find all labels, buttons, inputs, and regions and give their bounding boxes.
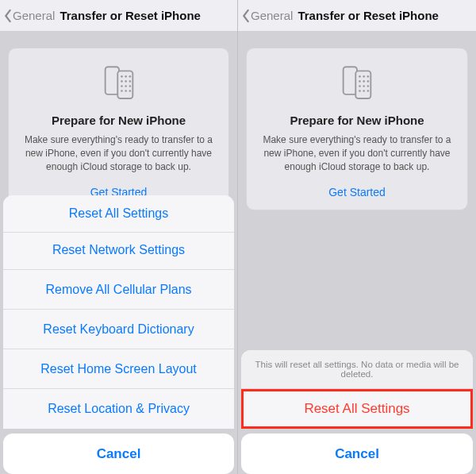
svg-point-9: [125, 85, 127, 87]
page-title: Transfer or Reset iPhone: [298, 9, 439, 22]
svg-point-16: [359, 75, 361, 78]
svg-point-4: [129, 75, 131, 78]
reset-network-settings-option[interactable]: Reset Network Settings: [3, 230, 234, 270]
svg-point-2: [121, 75, 123, 78]
remove-cellular-plans-option[interactable]: Remove All Cellular Plans: [3, 270, 234, 310]
reset-location-privacy-option[interactable]: Reset Location & Privacy: [3, 389, 234, 429]
back-label: General: [251, 9, 293, 22]
svg-point-26: [363, 90, 365, 92]
prepare-card-title: Prepare for New iPhone: [256, 114, 458, 127]
svg-point-19: [359, 80, 361, 83]
reset-home-screen-layout-option[interactable]: Reset Home Screen Layout: [3, 349, 234, 389]
svg-point-22: [359, 85, 361, 87]
screen-left: General Transfer or Reset iPhone Prepare…: [0, 0, 238, 474]
cancel-button[interactable]: Cancel: [241, 434, 473, 474]
svg-point-25: [359, 90, 361, 92]
svg-point-5: [121, 80, 123, 83]
confirm-reset-all-settings-button[interactable]: Reset All Settings: [241, 389, 473, 429]
iphone-pair-icon: [336, 63, 378, 104]
reset-all-settings-option[interactable]: Reset All Settings: [3, 195, 234, 233]
prepare-card-description: Make sure everything's ready to transfer…: [256, 133, 458, 173]
prepare-card: Prepare for New iPhone Make sure everyth…: [246, 48, 468, 210]
screen-right: General Transfer or Reset iPhone Prepare…: [238, 0, 476, 474]
device-icons: [18, 63, 219, 104]
prepare-card-title: Prepare for New iPhone: [18, 114, 219, 127]
back-label: General: [13, 9, 55, 22]
reset-keyboard-dictionary-option[interactable]: Reset Keyboard Dictionary: [3, 310, 234, 349]
svg-point-8: [121, 85, 123, 87]
svg-point-23: [363, 85, 365, 87]
svg-point-13: [129, 90, 131, 92]
svg-point-3: [125, 75, 127, 78]
confirm-message: This will reset all settings. No data or…: [241, 350, 473, 389]
prepare-card-description: Make sure everything's ready to transfer…: [18, 133, 219, 173]
iphone-pair-icon: [98, 63, 140, 104]
svg-point-18: [367, 75, 370, 78]
back-button[interactable]: General: [3, 9, 55, 23]
svg-point-11: [121, 90, 123, 92]
prepare-card: Prepare for New iPhone Make sure everyth…: [8, 48, 229, 210]
svg-point-17: [363, 75, 365, 78]
cancel-button[interactable]: Cancel: [3, 434, 234, 474]
confirm-panel: This will reset all settings. No data or…: [241, 350, 473, 429]
navbar: General Transfer or Reset iPhone: [0, 0, 237, 32]
reset-action-sheet: Reset All Settings Reset Network Setting…: [0, 195, 237, 474]
svg-point-27: [367, 90, 370, 92]
svg-point-10: [129, 85, 131, 87]
svg-point-24: [367, 85, 370, 87]
svg-rect-15: [355, 71, 370, 98]
reset-options-list: Reset All Settings Reset Network Setting…: [3, 195, 234, 429]
back-button[interactable]: General: [241, 9, 293, 23]
chevron-left-icon: [3, 9, 13, 23]
page-title: Transfer or Reset iPhone: [60, 9, 201, 22]
svg-point-6: [125, 80, 127, 83]
chevron-left-icon: [241, 9, 251, 23]
get-started-link[interactable]: Get Started: [256, 186, 458, 198]
svg-point-12: [125, 90, 127, 92]
svg-rect-1: [117, 71, 132, 98]
svg-point-7: [129, 80, 131, 83]
navbar: General Transfer or Reset iPhone: [238, 0, 476, 32]
svg-point-20: [363, 80, 365, 83]
confirm-action-sheet: This will reset all settings. No data or…: [238, 350, 476, 474]
svg-point-21: [367, 80, 370, 83]
device-icons: [256, 63, 458, 104]
